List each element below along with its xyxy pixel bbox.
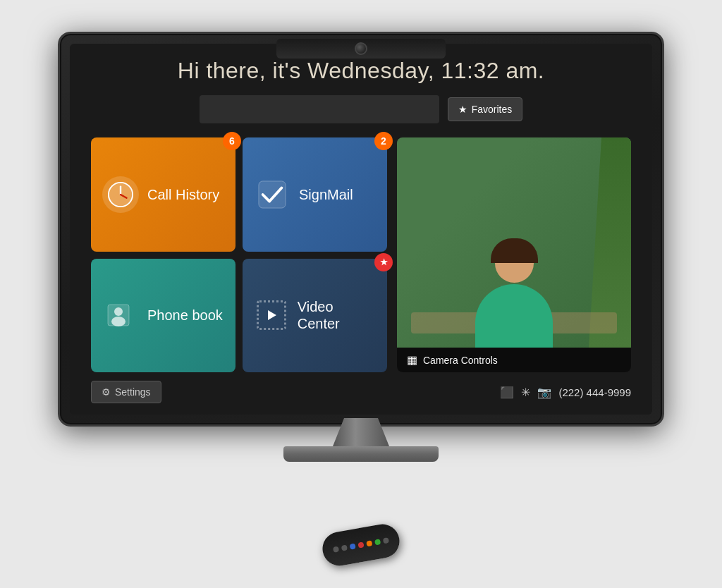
tv-bezel: Hi there, it's Wednesday, 11:32 am. ★ Fa… — [58, 32, 664, 427]
app-area: 6 Call History 2 — [91, 137, 631, 372]
remote-btn-blue — [350, 543, 356, 549]
person-head — [495, 244, 534, 283]
tile-videocenter[interactable]: ★ Video Center — [243, 259, 387, 373]
camera-controls-bar[interactable]: ▦ Camera Controls — [397, 348, 631, 372]
person-silhouette — [397, 137, 631, 348]
clock-icon-container — [102, 176, 139, 213]
phone-book-label: Phone book — [147, 307, 223, 324]
signmail-label: SignMail — [299, 186, 353, 203]
camera-bar — [276, 39, 446, 59]
settings-label: Settings — [115, 386, 151, 398]
camera-controls-label: Camera Controls — [423, 355, 498, 366]
video-center-label: Video Center — [298, 298, 376, 332]
search-input[interactable] — [200, 95, 439, 123]
camera-lens — [355, 42, 367, 55]
tv-container: Hi there, it's Wednesday, 11:32 am. ★ Fa… — [58, 19, 664, 569]
signmail-badge: 2 — [374, 132, 393, 150]
tile-signmail[interactable]: 2 SignMail — [243, 137, 387, 252]
call-history-badge: 6 — [223, 132, 241, 150]
status-bar: ⬛ ✳ 📷 (222) 444-9999 — [500, 386, 631, 399]
remote-btn-1 — [333, 546, 339, 553]
clock-icon — [107, 181, 134, 208]
play-icon-dotted-border — [257, 300, 286, 330]
stand-neck — [333, 418, 389, 446]
remote-btn-red — [357, 541, 364, 548]
video-camera-icon: 📷 — [537, 386, 551, 399]
remote-btn-orange — [366, 540, 372, 546]
remote-btn-green — [374, 539, 381, 545]
svg-point-5 — [114, 307, 123, 316]
search-row: ★ Favorites — [91, 95, 631, 123]
tv-screen: Hi there, it's Wednesday, 11:32 am. ★ Fa… — [70, 44, 652, 415]
bottom-bar: ⚙ Settings ⬛ ✳ 📷 (222) 444-9999 — [91, 381, 631, 403]
phone-number: (222) 444-9999 — [558, 386, 631, 398]
tv-stand — [283, 418, 439, 462]
tile-call-history[interactable]: 6 Call History — [91, 137, 235, 252]
play-triangle-icon — [264, 308, 279, 322]
play-icon-container — [254, 297, 289, 333]
camera-controls-icon: ▦ — [407, 353, 417, 367]
bluetooth-icon: ✳ — [521, 386, 530, 399]
remote-btn-7 — [383, 537, 389, 544]
settings-button[interactable]: ⚙ Settings — [91, 381, 161, 403]
app-grid: 6 Call History 2 — [91, 137, 387, 372]
person-icon — [107, 302, 134, 329]
gear-icon: ⚙ — [102, 386, 111, 398]
remote-control — [320, 522, 403, 568]
monitor-icon: ⬛ — [500, 386, 514, 399]
camera-preview — [397, 137, 631, 348]
checkmark-icon-container — [254, 176, 290, 213]
greeting-text: Hi there, it's Wednesday, 11:32 am. — [91, 58, 631, 84]
favorites-label: Favorites — [472, 104, 513, 115]
camera-panel: ▦ Camera Controls — [397, 137, 631, 372]
video-center-badge: ★ — [374, 253, 393, 271]
remote-btn-2 — [341, 545, 348, 551]
person-body — [475, 284, 553, 348]
checkmark-icon — [257, 180, 287, 209]
star-icon: ★ — [458, 104, 467, 115]
favorites-button[interactable]: ★ Favorites — [448, 97, 523, 121]
tile-phonebook[interactable]: Phone book — [91, 259, 235, 373]
svg-marker-7 — [268, 310, 276, 320]
call-history-label: Call History — [147, 186, 219, 203]
stand-base — [283, 446, 439, 462]
person-icon-container — [102, 297, 139, 333]
svg-point-6 — [111, 317, 126, 326]
